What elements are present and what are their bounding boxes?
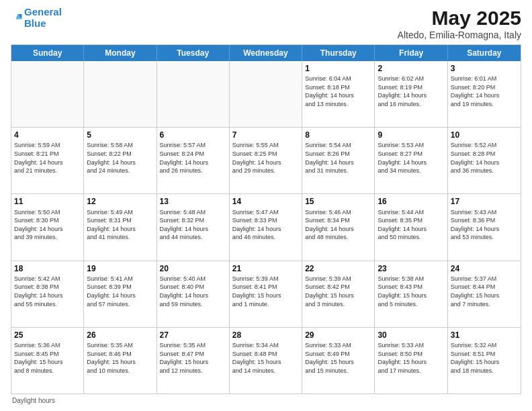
- day-number: 17: [451, 196, 518, 207]
- day-info: Sunrise: 5:47 AMSunset: 8:33 PMDaylight:…: [232, 208, 299, 242]
- calendar-cell: 14Sunrise: 5:47 AMSunset: 8:33 PMDayligh…: [230, 194, 302, 260]
- calendar-cell: 21Sunrise: 5:39 AMSunset: 8:41 PMDayligh…: [230, 261, 302, 327]
- day-number: 13: [160, 196, 226, 207]
- day-info: Sunrise: 5:35 AMSunset: 8:47 PMDaylight:…: [160, 341, 226, 375]
- calendar-row: 18Sunrise: 5:42 AMSunset: 8:38 PMDayligh…: [11, 261, 521, 328]
- day-number: 29: [305, 330, 371, 340]
- calendar-cell: 26Sunrise: 5:35 AMSunset: 8:46 PMDayligh…: [84, 328, 157, 394]
- title-block: May 2025 Altedo, Emilia-Romagna, Italy: [398, 7, 521, 40]
- day-info: Sunrise: 5:43 AMSunset: 8:36 PMDaylight:…: [451, 208, 518, 242]
- calendar-body: 1Sunrise: 6:04 AMSunset: 8:18 PMDaylight…: [11, 61, 521, 394]
- day-number: 27: [160, 330, 226, 340]
- weekday-header: Friday: [375, 45, 447, 61]
- day-number: 24: [451, 263, 518, 274]
- day-info: Sunrise: 5:38 AMSunset: 8:43 PMDaylight:…: [378, 275, 444, 308]
- day-info: Sunrise: 6:04 AMSunset: 8:18 PMDaylight:…: [305, 75, 371, 108]
- calendar-row: 1Sunrise: 6:04 AMSunset: 8:18 PMDaylight…: [11, 61, 521, 128]
- day-number: 14: [232, 196, 299, 207]
- calendar-cell: [230, 61, 302, 127]
- day-number: 2: [378, 63, 444, 74]
- header: General Blue May 2025 Altedo, Emilia-Rom…: [11, 7, 521, 40]
- day-number: 23: [378, 263, 444, 274]
- day-info: Sunrise: 6:02 AMSunset: 8:19 PMDaylight:…: [378, 75, 444, 108]
- logo-text: General Blue: [24, 7, 62, 29]
- weekday-header: Monday: [84, 45, 157, 61]
- calendar-cell: 4Sunrise: 5:59 AMSunset: 8:21 PMDaylight…: [11, 128, 84, 193]
- day-info: Sunrise: 5:54 AMSunset: 8:26 PMDaylight:…: [305, 141, 371, 175]
- day-number: 8: [305, 130, 371, 140]
- day-number: 5: [87, 130, 153, 140]
- calendar-cell: 30Sunrise: 5:33 AMSunset: 8:50 PMDayligh…: [375, 328, 447, 394]
- calendar-cell: 9Sunrise: 5:53 AMSunset: 8:27 PMDaylight…: [375, 128, 447, 193]
- day-number: 1: [305, 63, 371, 74]
- calendar-cell: 2Sunrise: 6:02 AMSunset: 8:19 PMDaylight…: [375, 61, 447, 127]
- calendar-cell: 20Sunrise: 5:40 AMSunset: 8:40 PMDayligh…: [157, 261, 230, 327]
- calendar-cell: 7Sunrise: 5:55 AMSunset: 8:25 PMDaylight…: [230, 128, 302, 193]
- day-info: Sunrise: 5:32 AMSunset: 8:51 PMDaylight:…: [451, 341, 518, 375]
- calendar-cell: 22Sunrise: 5:39 AMSunset: 8:42 PMDayligh…: [302, 261, 375, 327]
- day-info: Sunrise: 5:41 AMSunset: 8:39 PMDaylight:…: [87, 275, 153, 308]
- calendar-cell: 23Sunrise: 5:38 AMSunset: 8:43 PMDayligh…: [375, 261, 447, 327]
- calendar-cell: 16Sunrise: 5:44 AMSunset: 8:35 PMDayligh…: [375, 194, 447, 260]
- day-number: 11: [14, 196, 81, 207]
- weekday-header: Wednesday: [230, 45, 302, 61]
- calendar-cell: 28Sunrise: 5:34 AMSunset: 8:48 PMDayligh…: [230, 328, 302, 394]
- day-info: Sunrise: 5:50 AMSunset: 8:30 PMDaylight:…: [14, 208, 81, 242]
- day-info: Sunrise: 5:55 AMSunset: 8:25 PMDaylight:…: [232, 141, 299, 175]
- calendar-cell: 29Sunrise: 5:33 AMSunset: 8:49 PMDayligh…: [302, 328, 375, 394]
- calendar-header: SundayMondayTuesdayWednesdayThursdayFrid…: [11, 45, 521, 61]
- calendar-cell: 27Sunrise: 5:35 AMSunset: 8:47 PMDayligh…: [157, 328, 230, 394]
- day-info: Sunrise: 5:49 AMSunset: 8:31 PMDaylight:…: [87, 208, 153, 242]
- calendar-cell: 1Sunrise: 6:04 AMSunset: 8:18 PMDaylight…: [302, 61, 375, 127]
- weekday-header: Tuesday: [157, 45, 230, 61]
- calendar-row: 11Sunrise: 5:50 AMSunset: 8:30 PMDayligh…: [11, 194, 521, 261]
- day-number: 9: [378, 130, 444, 140]
- day-number: 10: [451, 130, 518, 140]
- calendar: SundayMondayTuesdayWednesdayThursdayFrid…: [11, 44, 521, 394]
- day-number: 3: [451, 63, 518, 74]
- calendar-cell: 25Sunrise: 5:36 AMSunset: 8:45 PMDayligh…: [11, 328, 84, 394]
- calendar-cell: 18Sunrise: 5:42 AMSunset: 8:38 PMDayligh…: [11, 261, 84, 327]
- page: General Blue May 2025 Altedo, Emilia-Rom…: [0, 0, 532, 411]
- day-info: Sunrise: 5:48 AMSunset: 8:32 PMDaylight:…: [160, 208, 226, 242]
- calendar-row: 25Sunrise: 5:36 AMSunset: 8:45 PMDayligh…: [11, 328, 521, 394]
- day-info: Sunrise: 6:01 AMSunset: 8:20 PMDaylight:…: [451, 75, 518, 108]
- footer-note: Daylight hours: [11, 397, 521, 404]
- day-info: Sunrise: 5:33 AMSunset: 8:50 PMDaylight:…: [378, 341, 444, 375]
- day-number: 31: [451, 330, 518, 340]
- calendar-cell: 3Sunrise: 6:01 AMSunset: 8:20 PMDaylight…: [448, 61, 521, 127]
- calendar-cell: 11Sunrise: 5:50 AMSunset: 8:30 PMDayligh…: [11, 194, 84, 260]
- day-info: Sunrise: 5:39 AMSunset: 8:42 PMDaylight:…: [305, 275, 371, 308]
- weekday-header: Saturday: [448, 45, 521, 61]
- logo: General Blue: [11, 7, 62, 29]
- day-number: 12: [87, 196, 153, 207]
- day-info: Sunrise: 5:53 AMSunset: 8:27 PMDaylight:…: [378, 141, 444, 175]
- calendar-cell: 5Sunrise: 5:58 AMSunset: 8:22 PMDaylight…: [84, 128, 157, 193]
- logo-icon: [11, 12, 23, 24]
- day-number: 21: [232, 263, 299, 274]
- calendar-cell: 17Sunrise: 5:43 AMSunset: 8:36 PMDayligh…: [448, 194, 521, 260]
- day-info: Sunrise: 5:35 AMSunset: 8:46 PMDaylight:…: [87, 341, 153, 375]
- day-number: 19: [87, 263, 153, 274]
- day-number: 7: [232, 130, 299, 140]
- day-info: Sunrise: 5:40 AMSunset: 8:40 PMDaylight:…: [160, 275, 226, 308]
- day-number: 22: [305, 263, 371, 274]
- day-info: Sunrise: 5:34 AMSunset: 8:48 PMDaylight:…: [232, 341, 299, 375]
- calendar-cell: 24Sunrise: 5:37 AMSunset: 8:44 PMDayligh…: [448, 261, 521, 327]
- calendar-cell: 31Sunrise: 5:32 AMSunset: 8:51 PMDayligh…: [448, 328, 521, 394]
- day-number: 20: [160, 263, 226, 274]
- day-info: Sunrise: 5:52 AMSunset: 8:28 PMDaylight:…: [451, 141, 518, 175]
- calendar-cell: [11, 61, 84, 127]
- day-number: 4: [14, 130, 81, 140]
- day-info: Sunrise: 5:36 AMSunset: 8:45 PMDaylight:…: [14, 341, 81, 375]
- day-info: Sunrise: 5:39 AMSunset: 8:41 PMDaylight:…: [232, 275, 299, 308]
- subtitle: Altedo, Emilia-Romagna, Italy: [398, 30, 521, 40]
- day-info: Sunrise: 5:46 AMSunset: 8:34 PMDaylight:…: [305, 208, 371, 242]
- day-info: Sunrise: 5:33 AMSunset: 8:49 PMDaylight:…: [305, 341, 371, 375]
- calendar-cell: 6Sunrise: 5:57 AMSunset: 8:24 PMDaylight…: [157, 128, 230, 193]
- calendar-cell: [157, 61, 230, 127]
- day-info: Sunrise: 5:58 AMSunset: 8:22 PMDaylight:…: [87, 141, 153, 175]
- calendar-cell: 13Sunrise: 5:48 AMSunset: 8:32 PMDayligh…: [157, 194, 230, 260]
- day-number: 28: [232, 330, 299, 340]
- calendar-cell: 12Sunrise: 5:49 AMSunset: 8:31 PMDayligh…: [84, 194, 157, 260]
